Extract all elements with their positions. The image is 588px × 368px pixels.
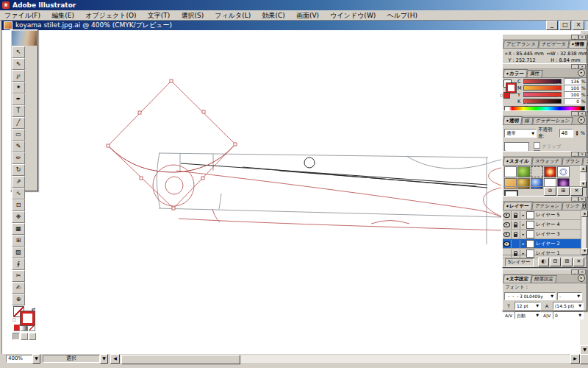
panel-menu-icon[interactable]: ▸ xyxy=(578,69,585,77)
clip-checkbox-row[interactable]: クリップ xyxy=(534,142,571,150)
blend-mode-select[interactable]: 通常▼ xyxy=(504,129,537,138)
menu-type[interactable]: 文字(T) xyxy=(143,10,175,21)
panel-minimize-icon[interactable]: _ xyxy=(571,64,578,69)
standard-screen-mode-button[interactable] xyxy=(12,333,20,340)
menu-filter[interactable]: フィルタ(L) xyxy=(210,10,255,21)
style-swatch-dashed[interactable] xyxy=(531,166,543,177)
symbol-sprayer-tool[interactable]: ❉ xyxy=(12,211,25,223)
tracking-select[interactable]: 0▼ xyxy=(553,311,584,319)
tab-color[interactable]: ◆カラー xyxy=(503,69,527,77)
cyan-value[interactable]: 136 xyxy=(564,78,581,85)
panel-close-icon[interactable]: × xyxy=(578,35,586,40)
paintbrush-tool[interactable]: ✎ xyxy=(12,141,25,152)
delete-layer-button[interactable]: ✕ xyxy=(573,258,584,266)
rotate-tool[interactable]: ↻ xyxy=(12,164,25,176)
menu-select[interactable]: 選択(S) xyxy=(176,10,208,21)
full-screen-mode-button[interactable] xyxy=(29,333,36,340)
zoom-dropdown-icon[interactable]: ▼ xyxy=(32,354,40,364)
kerning-select[interactable]: 自動▼ xyxy=(514,311,541,319)
eyedropper-tool[interactable]: ∮ xyxy=(12,258,25,270)
anchor-point[interactable] xyxy=(107,144,110,147)
zoom-level-field[interactable]: 400% xyxy=(6,355,32,363)
stroke-swatch[interactable] xyxy=(21,311,35,325)
panel-menu-icon[interactable]: ▸ xyxy=(578,275,585,282)
leading-select[interactable]: (14.5 pt)▼ xyxy=(553,302,584,310)
visibility-toggle[interactable] xyxy=(503,240,512,248)
expand-arrow-icon[interactable]: ▸ xyxy=(520,251,526,255)
visibility-toggle[interactable] xyxy=(503,250,512,258)
magenta-slider[interactable] xyxy=(523,85,562,91)
free-transform-tool[interactable]: ⊡ xyxy=(12,199,25,211)
tab-actions[interactable]: アクション xyxy=(531,202,563,210)
scale-tool[interactable]: ⇗ xyxy=(12,176,25,188)
menu-window[interactable]: ウインドウ(W) xyxy=(326,10,380,21)
yellow-value[interactable]: 100 xyxy=(564,91,581,98)
menu-file[interactable]: ファイル(F) xyxy=(0,10,45,21)
tab-symbols[interactable]: シンボル xyxy=(582,158,588,165)
lock-toggle[interactable] xyxy=(512,240,520,248)
maximize-button[interactable]: □ xyxy=(559,21,571,30)
anchor-point[interactable] xyxy=(202,110,205,113)
close-button[interactable]: × xyxy=(573,21,584,30)
expand-arrow-icon[interactable]: ▸ xyxy=(520,241,526,246)
scroll-left-icon[interactable]: ◀ xyxy=(110,354,120,364)
warp-tool[interactable]: ∿ xyxy=(12,188,25,199)
scroll-up-icon[interactable]: ▲ xyxy=(581,210,588,217)
black-slider[interactable] xyxy=(523,99,562,104)
rectangle-tool[interactable]: ▭ xyxy=(12,129,25,141)
black-value[interactable]: 0 xyxy=(564,98,581,105)
styles-scrollbar[interactable]: ▲ ▼ xyxy=(580,166,585,188)
inner-circle[interactable] xyxy=(165,177,183,194)
anchor-point[interactable] xyxy=(172,207,175,210)
layer-row[interactable]: ▸ レイヤー 5 ○ xyxy=(503,210,587,220)
menu-view[interactable]: 画面(V) xyxy=(292,10,323,21)
expand-arrow-icon[interactable]: ▸ xyxy=(520,222,526,227)
lock-toggle[interactable] xyxy=(512,250,520,258)
magic-wand-tool[interactable]: ✶ xyxy=(12,82,25,93)
panel-close-icon[interactable]: × xyxy=(578,111,586,116)
default-fill-stroke-icon[interactable]: □ xyxy=(12,317,16,322)
menu-help[interactable]: ヘルプ(H) xyxy=(382,10,421,21)
selection-tool[interactable]: ↖ xyxy=(12,46,25,58)
style-swatch-spiral[interactable] xyxy=(557,166,570,177)
tab-swatches[interactable]: スウォッチ xyxy=(531,158,563,165)
panel-close-icon[interactable]: × xyxy=(578,64,586,69)
gradient-tool[interactable]: ▨ xyxy=(12,247,25,258)
yellow-slider[interactable] xyxy=(523,92,562,97)
layer-row-selected[interactable]: ▸ レイヤー 2 ○ xyxy=(503,239,587,249)
swap-fill-stroke-icon[interactable]: ⇄ xyxy=(32,306,35,311)
panel-menu-icon[interactable]: ▸ xyxy=(578,116,585,124)
status-line[interactable]: 選択 xyxy=(43,355,100,363)
pen-tool[interactable]: ✒ xyxy=(12,93,25,105)
delete-style-button[interactable]: ✕ xyxy=(570,187,583,196)
scissors-tool[interactable]: ✂ xyxy=(12,270,25,282)
tab-attributes[interactable]: 属性 xyxy=(526,70,542,77)
pencil-tool[interactable]: ✏ xyxy=(12,152,25,164)
panel-minimize-icon[interactable]: _ xyxy=(571,197,578,202)
tab-styles[interactable]: ◆スタイル xyxy=(503,157,532,165)
tab-brushes[interactable]: ブラシ xyxy=(562,158,583,165)
mesh-tool[interactable]: ⊞ xyxy=(12,235,25,247)
tab-appearance[interactable]: アピアランス xyxy=(503,40,539,48)
visibility-toggle[interactable] xyxy=(503,221,512,229)
menu-edit[interactable]: 編集(E) xyxy=(47,10,79,21)
minimize-button[interactable]: _ xyxy=(546,21,558,30)
font-style-select[interactable]: -▼ xyxy=(557,292,582,300)
scroll-right-icon[interactable]: ▶ xyxy=(570,354,580,364)
lock-toggle[interactable] xyxy=(512,211,520,219)
tab-transparency[interactable]: ◆透明 xyxy=(503,116,523,124)
spinner-down-icon[interactable]: ▼ xyxy=(575,133,579,136)
panel-minimize-icon[interactable]: _ xyxy=(571,152,578,157)
font-size-select[interactable]: 12 pt▼ xyxy=(514,302,541,310)
unlink-style-button[interactable]: ⊘ xyxy=(544,187,556,196)
tip-loop-1[interactable] xyxy=(489,168,501,185)
panel-minimize-icon[interactable]: _ xyxy=(571,269,578,275)
layer-row[interactable]: ▸ レイヤー 4 ○ xyxy=(503,220,587,230)
lock-toggle[interactable] xyxy=(512,221,520,229)
new-style-button[interactable]: ⊞ xyxy=(557,187,570,196)
panel-close-icon[interactable]: × xyxy=(578,269,586,275)
panel-close-icon[interactable]: × xyxy=(578,197,586,202)
tab-links[interactable]: リンク xyxy=(562,202,583,210)
full-screen-menu-mode-button[interactable] xyxy=(21,333,28,340)
color-button[interactable] xyxy=(13,324,20,331)
